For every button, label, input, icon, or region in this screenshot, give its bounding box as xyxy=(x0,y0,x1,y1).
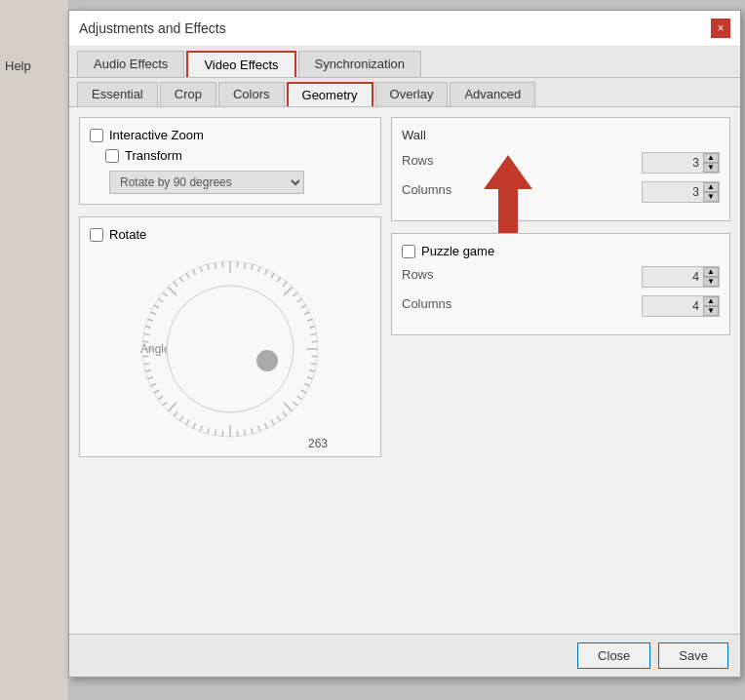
svg-line-31 xyxy=(271,420,274,425)
rotate-checkbox-row: Rotate xyxy=(90,227,371,242)
angle-value: 263 xyxy=(308,437,328,450)
svg-line-4 xyxy=(252,264,254,270)
puzzle-rows-spinner[interactable]: 4 ▲ ▼ xyxy=(642,266,720,288)
help-label[interactable]: Help xyxy=(5,58,31,73)
rows-spinner[interactable]: 3 ▲ ▼ xyxy=(642,152,720,174)
right-panel: Wall Rows 3 ▲ ▼ Columns xyxy=(391,117,730,624)
tab-video-effects[interactable]: Video Effects xyxy=(186,51,295,77)
rotate-wheel-container: Angle xyxy=(90,252,371,447)
puzzle-columns-label: Columns xyxy=(402,296,451,311)
tab-advanced[interactable]: Advanced xyxy=(450,82,535,106)
svg-line-26 xyxy=(297,396,302,399)
puzzle-rows-decrement-button[interactable]: ▼ xyxy=(703,277,719,287)
svg-line-13 xyxy=(301,305,306,308)
svg-line-15 xyxy=(307,319,313,321)
puzzle-rows-increment-button[interactable]: ▲ xyxy=(703,267,719,277)
svg-line-65 xyxy=(174,282,177,287)
svg-line-67 xyxy=(186,273,189,278)
columns-spinner-buttons: ▲ ▼ xyxy=(703,182,719,202)
puzzle-columns-increment-button[interactable]: ▲ xyxy=(703,296,719,306)
tab-crop[interactable]: Crop xyxy=(160,82,216,106)
wall-title: Wall xyxy=(402,128,426,142)
help-sidebar: Help xyxy=(0,0,68,700)
close-button[interactable]: Close xyxy=(577,642,650,669)
svg-line-64 xyxy=(168,287,176,294)
svg-line-46 xyxy=(168,403,176,410)
puzzle-columns-spinner[interactable]: 4 ▲ ▼ xyxy=(642,295,720,317)
puzzle-rows-buttons: ▲ ▼ xyxy=(703,267,719,287)
svg-line-5 xyxy=(258,266,260,272)
puzzle-checkbox-row: Puzzle game xyxy=(402,244,720,258)
svg-line-71 xyxy=(215,262,216,268)
svg-line-30 xyxy=(277,416,280,421)
svg-line-43 xyxy=(186,420,189,425)
columns-increment-button[interactable]: ▲ xyxy=(703,182,719,192)
rotate-label: Rotate xyxy=(109,227,146,242)
interactive-zoom-checkbox[interactable] xyxy=(90,129,103,142)
rotate-section: Rotate Angle xyxy=(79,216,381,457)
tab-audio-effects[interactable]: Audio Effects xyxy=(77,51,184,77)
tab-geometry[interactable]: Geometry xyxy=(287,82,373,106)
svg-line-39 xyxy=(215,430,216,436)
dialog-footer: Close Save xyxy=(69,634,740,677)
svg-line-62 xyxy=(158,298,163,301)
svg-line-42 xyxy=(193,423,196,428)
dialog-close-button[interactable]: × xyxy=(711,19,730,38)
dialog: Adjustments and Effects × Audio Effects … xyxy=(68,10,741,678)
svg-line-20 xyxy=(312,356,318,357)
columns-spinner[interactable]: 3 ▲ ▼ xyxy=(642,181,720,203)
interactive-zoom-label: Interactive Zoom xyxy=(109,128,204,142)
wheel-area[interactable]: Angle xyxy=(133,252,328,447)
svg-line-56 xyxy=(142,341,148,342)
svg-line-50 xyxy=(150,383,155,386)
puzzle-section: Puzzle game Rows 4 ▲ ▼ Columns xyxy=(391,233,730,335)
wall-section: Wall Rows 3 ▲ ▼ Columns xyxy=(391,117,730,221)
svg-line-10 xyxy=(284,287,292,294)
transform-label: Transform xyxy=(125,148,182,163)
rotate-dropdown[interactable]: Rotate by 90 degrees Rotate by 180 degre… xyxy=(109,171,304,194)
svg-line-59 xyxy=(147,319,153,321)
svg-line-25 xyxy=(301,390,306,393)
rows-label: Rows xyxy=(402,153,434,168)
tab-synchronization[interactable]: Synchronization xyxy=(298,51,422,77)
svg-line-60 xyxy=(150,312,155,315)
svg-line-35 xyxy=(245,430,246,436)
dialog-title: Adjustments and Effects xyxy=(79,20,226,36)
transform-checkbox[interactable] xyxy=(105,149,119,163)
svg-line-17 xyxy=(311,333,317,334)
svg-line-11 xyxy=(293,292,297,296)
left-panel: Interactive Zoom Transform Rotate by 90 … xyxy=(79,117,381,624)
tab-overlay[interactable]: Overlay xyxy=(375,82,449,106)
svg-line-7 xyxy=(271,273,274,278)
rows-increment-button[interactable]: ▲ xyxy=(703,153,719,163)
rows-value: 3 xyxy=(643,154,703,172)
svg-line-28 xyxy=(284,403,292,410)
svg-line-51 xyxy=(147,377,153,379)
svg-line-24 xyxy=(304,383,309,386)
rotate-checkbox[interactable] xyxy=(90,228,103,242)
puzzle-columns-spinner-row: Columns 4 ▲ ▼ xyxy=(402,295,720,317)
columns-decrement-button[interactable]: ▼ xyxy=(703,192,719,202)
puzzle-rows-label: Rows xyxy=(402,267,434,282)
puzzle-columns-decrement-button[interactable]: ▼ xyxy=(703,306,719,316)
svg-line-68 xyxy=(193,269,196,274)
save-button[interactable]: Save xyxy=(658,642,728,669)
svg-line-14 xyxy=(304,312,309,315)
svg-line-70 xyxy=(208,264,210,270)
tab-colors[interactable]: Colors xyxy=(218,82,285,106)
rows-decrement-button[interactable]: ▼ xyxy=(703,163,719,173)
interactive-zoom-row: Interactive Zoom xyxy=(90,128,371,142)
svg-line-27 xyxy=(293,402,297,406)
columns-label: Columns xyxy=(402,182,451,197)
puzzle-checkbox[interactable] xyxy=(402,245,415,258)
svg-line-12 xyxy=(297,298,302,301)
svg-line-44 xyxy=(179,416,182,421)
svg-line-58 xyxy=(145,327,151,329)
svg-line-18 xyxy=(312,341,318,342)
puzzle-columns-buttons: ▲ ▼ xyxy=(703,296,719,316)
puzzle-columns-value: 4 xyxy=(643,297,703,315)
tab-essential[interactable]: Essential xyxy=(77,82,158,106)
wheel-svg xyxy=(133,252,328,447)
svg-line-69 xyxy=(200,266,202,272)
svg-line-33 xyxy=(258,426,260,432)
